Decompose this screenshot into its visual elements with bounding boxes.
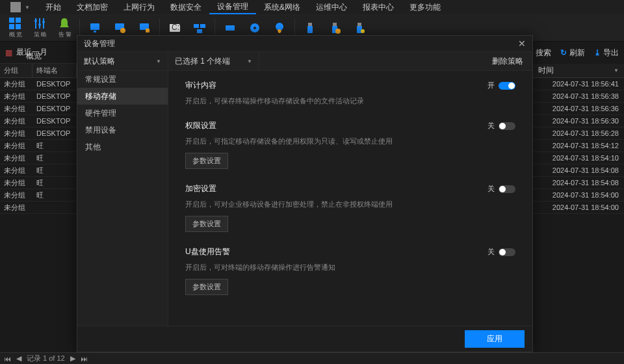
col-time[interactable]: 时间▼ [533,64,624,77]
refresh-action[interactable]: ↻刷新 [560,47,585,58]
svg-point-7 [34,20,37,22]
table-row[interactable]: 未分组旺 [0,164,77,177]
target-dropdown[interactable]: 已选择 1 个终端▼ [168,51,259,71]
svg-rect-0 [9,18,14,23]
export-action[interactable]: ⤓导出 [594,47,619,58]
toolbar-separator [79,19,80,37]
export-icon: ⤓ [594,48,601,57]
params-button[interactable]: 参数设置 [185,153,228,169]
menu-0[interactable]: 开始 [38,0,69,14]
toggle-switch[interactable] [499,248,515,256]
device-mgmt-modal: 设备管理 ✕ 默认策略▼ 已选择 1 个终端▼ 删除策略 常规设置移动存储硬件管… [77,35,533,352]
table-row[interactable]: 2024-07-31 18:54:10 [533,152,624,164]
menu-1[interactable]: 文档加密 [69,0,116,14]
section-desc: 开启后，可指定移动存储设备的使用权限为只读、读写或禁止使用 [185,136,515,146]
menu-3[interactable]: 数据安全 [162,0,209,14]
svg-point-8 [38,23,41,26]
svg-rect-15 [146,29,150,32]
setting-section: 加密设置关开启后，可对企业移动设备进行加密处理，禁止在非授权终端使用参数设置 [185,183,515,232]
apply-button[interactable]: 应用 [465,330,525,348]
menu-6[interactable]: 运维中心 [308,0,355,14]
app-menu[interactable]: ▼ [3,0,38,14]
table-row[interactable]: 2024-07-31 18:56:38 [533,90,624,103]
breadcrumb: 概览 [26,51,42,62]
chevron-down-icon: ▼ [156,58,161,64]
tb-policy[interactable]: 策 略 [27,15,52,41]
table-row[interactable]: 未分组旺 [0,140,77,152]
params-button[interactable]: 参数设置 [185,279,228,295]
sidebar-item-4[interactable]: 其他 [77,138,168,155]
page-last[interactable]: ⏭ [81,355,88,363]
svg-point-32 [361,29,365,33]
menu-7[interactable]: 报表中心 [355,0,402,14]
toolbar-separator [294,19,295,37]
monitor-badge-icon [113,21,126,34]
close-button[interactable]: ✕ [518,38,526,49]
policy-dropdown[interactable]: 默认策略▼ [77,51,168,71]
table-row[interactable]: 未分组旺 [0,152,77,164]
setting-section: 审计内容开开启后，可保存终端操作移动存储设备中的文件活动记录 [185,80,515,106]
toggle-switch[interactable] [499,82,515,90]
menu-4[interactable]: 设备管理 [209,0,256,14]
svg-point-9 [42,21,45,23]
table-row[interactable]: 2024-07-31 18:54:08 [533,177,624,189]
svg-point-13 [120,28,125,33]
svg-rect-26 [307,26,313,33]
table-row[interactable]: 2024-07-31 18:56:30 [533,115,624,127]
params-button[interactable]: 参数设置 [185,216,228,232]
sidebar-item-0[interactable]: 常规设置 [77,71,168,88]
menu-8[interactable]: 更多功能 [402,0,448,14]
table-row[interactable]: 2024-07-31 18:56:41 [533,78,624,90]
table-row[interactable]: 2024-07-31 18:54:00 [533,202,624,214]
record-indicator: 记录 1 of 12 [27,354,65,363]
table-row[interactable]: 未分组DESKTOP [0,90,77,103]
tb-alert[interactable]: 告 警 [52,15,77,41]
sidebar-item-2[interactable]: 硬件管理 [77,105,168,122]
table-row[interactable]: 未分组DESKTOP [0,115,77,127]
right-table-header: 时间▼ [533,64,624,78]
col-group[interactable]: 分组 [0,64,32,77]
svg-point-23 [254,27,256,29]
table-row[interactable]: 2024-07-31 18:56:36 [533,103,624,115]
table-row[interactable]: 2024-07-31 18:54:00 [533,189,624,202]
chevron-down-icon: ▼ [247,58,252,64]
usb-icon [304,21,317,34]
toggle-switch[interactable] [499,185,515,193]
setting-section: U盘使用告警关开启后，可对终端的移动存储操作进行告警通知参数设置 [185,246,515,295]
table-row[interactable]: 2024-07-31 18:54:08 [533,164,624,177]
sort-desc-icon: ▼ [614,68,619,73]
sidebar-item-3[interactable]: 禁用设备 [77,122,168,138]
svg-rect-21 [226,25,235,31]
table-row[interactable]: 未分组旺 [0,177,77,189]
table-row[interactable]: 未分组 [0,202,77,214]
delete-policy-link[interactable]: 删除策略 [483,56,532,67]
menu-2[interactable]: 上网行为 [116,0,162,14]
toggle-switch[interactable] [499,122,515,130]
table-row[interactable]: 2024-07-31 18:54:12 [533,140,624,152]
svg-rect-30 [358,23,361,26]
col-name[interactable]: 终端名 [32,64,77,77]
sidebar-item-1[interactable]: 移动存储 [77,88,168,105]
table-row[interactable]: 未分组DESKTOP [0,103,77,115]
table-row[interactable]: 未分组DESKTOP [0,78,77,90]
menu-5[interactable]: 系统&网络 [256,0,308,14]
settings-panel: 审计内容开开启后，可保存终端操作移动存储设备中的文件活动记录权限设置关开启后，可… [168,71,532,326]
table-row[interactable]: 未分组旺 [0,189,77,202]
left-panel: ▦ 最近一月 分组 终端名 未分组DESKTOP未分组DESKTOP未分组DES… [0,42,77,352]
modal-sidebar: 常规设置移动存储硬件管理禁用设备其他 [77,71,168,326]
table-row[interactable]: 2024-07-31 18:56:28 [533,127,624,140]
right-panel: ⌕搜索 ↻刷新 ⤓导出 时间▼ 2024-07-31 18:56:412024-… [533,42,624,214]
page-prev[interactable]: ◀ [16,354,21,363]
table-row[interactable]: 未分组DESKTOP [0,127,77,140]
tb-overview[interactable]: 概 览 [3,15,27,41]
page-first[interactable]: ⏮ [4,355,11,363]
svg-rect-3 [16,24,21,29]
svg-rect-18 [194,24,199,28]
disc-icon [248,21,261,34]
grid-icon [8,17,21,30]
svg-rect-11 [94,31,96,32]
modal-title: 设备管理 [84,38,115,49]
page-next[interactable]: ▶ [70,354,75,363]
usb-lock-icon [328,21,341,34]
monitor-icon [88,21,101,34]
